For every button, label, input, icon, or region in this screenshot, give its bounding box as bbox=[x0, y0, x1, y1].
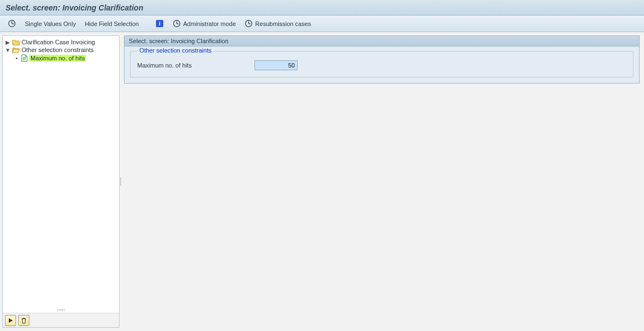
tree-label: Other selection constraints bbox=[22, 46, 94, 53]
max-hits-input[interactable] bbox=[255, 60, 298, 70]
clock-icon bbox=[173, 19, 181, 28]
title-bar: Select. screen: Invoicing Clarification bbox=[0, 0, 644, 15]
tree: ▶ Clarification Case Invoicing ▼ Other s… bbox=[3, 36, 119, 313]
document-icon bbox=[21, 54, 28, 62]
group-title: Other selection constraints bbox=[137, 47, 214, 54]
expand-icon[interactable]: ▶ bbox=[5, 39, 11, 45]
main-area: Select. screen: Invoicing Clarification … bbox=[124, 35, 640, 328]
collapse-icon[interactable]: ▼ bbox=[5, 47, 11, 53]
resubmission-cases-button[interactable]: Resubmission cases bbox=[241, 18, 314, 29]
administrator-mode-button[interactable]: Administrator mode bbox=[169, 18, 239, 29]
group-other-constraints: Other selection constraints Maximum no. … bbox=[130, 51, 633, 77]
resize-grip-icon[interactable] bbox=[120, 178, 121, 185]
execute-clock-icon bbox=[8, 19, 16, 28]
toolbar: Single Values Only Hide Field Selection … bbox=[0, 15, 644, 32]
delete-button[interactable] bbox=[18, 315, 29, 326]
play-icon bbox=[7, 317, 14, 324]
folder-open-icon bbox=[12, 46, 20, 53]
tree-node-clarification-case[interactable]: ▶ Clarification Case Invoicing bbox=[4, 38, 118, 46]
tree-label: Maximum no. of hits bbox=[29, 55, 86, 61]
form-panel: Select. screen: Invoicing Clarification … bbox=[124, 35, 640, 84]
play-button[interactable] bbox=[5, 315, 16, 326]
body: ▶ Clarification Case Invoicing ▼ Other s… bbox=[0, 32, 644, 330]
info-icon: i bbox=[155, 19, 164, 28]
field-label: Maximum no. of hits bbox=[137, 62, 248, 69]
svg-text:i: i bbox=[159, 20, 160, 27]
panel-header: Select. screen: Invoicing Clarification bbox=[124, 36, 639, 46]
toolbar-label: Administrator mode bbox=[183, 20, 236, 27]
toolbar-label: Resubmission cases bbox=[255, 20, 311, 27]
tree-label: Clarification Case Invoicing bbox=[22, 39, 95, 45]
tree-node-max-hits[interactable]: • Maximum no. of hits bbox=[4, 54, 118, 63]
form-row-max-hits: Maximum no. of hits bbox=[137, 60, 626, 70]
clock-icon bbox=[245, 19, 253, 28]
toolbar-label: Single Values Only bbox=[25, 20, 76, 27]
tree-node-other-constraints[interactable]: ▼ Other selection constraints bbox=[4, 46, 118, 54]
single-values-button[interactable]: Single Values Only bbox=[22, 19, 79, 28]
hide-field-selection-button[interactable]: Hide Field Selection bbox=[81, 19, 142, 28]
tree-footer bbox=[3, 313, 119, 327]
folder-closed-icon bbox=[12, 39, 20, 45]
resize-grip-icon[interactable] bbox=[50, 309, 72, 312]
trash-icon bbox=[20, 317, 27, 324]
bullet-icon: • bbox=[14, 55, 19, 61]
tree-panel: ▶ Clarification Case Invoicing ▼ Other s… bbox=[2, 35, 120, 328]
execute-button[interactable] bbox=[4, 18, 19, 29]
page-title: Select. screen: Invoicing Clarification bbox=[6, 3, 143, 12]
toolbar-label: Hide Field Selection bbox=[85, 20, 139, 27]
info-button[interactable]: i bbox=[152, 18, 167, 29]
